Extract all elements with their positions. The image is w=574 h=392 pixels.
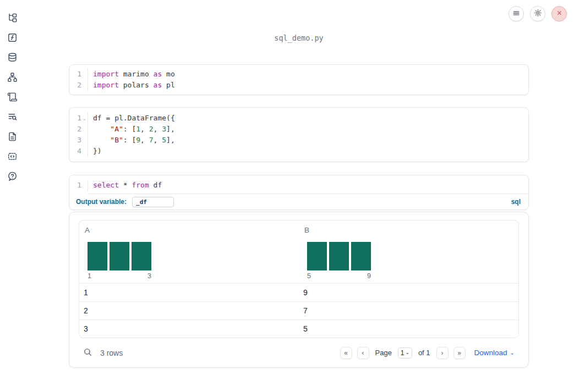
sidebar-item-help[interactable] bbox=[6, 172, 18, 182]
output-variable-label: Output variable: bbox=[76, 198, 127, 206]
code-line-text[interactable]: df = pl.DataFrame({ bbox=[88, 113, 175, 124]
table-row[interactable]: 35 bbox=[79, 319, 518, 338]
histogram-bar[interactable] bbox=[88, 242, 107, 270]
table-header: A 1 3 B bbox=[79, 220, 518, 283]
gutter-spacer bbox=[81, 146, 88, 157]
column-histogram[interactable]: 5 9 bbox=[307, 242, 371, 280]
fold-chevron-icon[interactable]: ⌄ bbox=[81, 113, 88, 124]
code-line-text[interactable]: import polars as pl bbox=[88, 80, 175, 91]
sidebar-item-tracing[interactable] bbox=[6, 112, 18, 123]
code-cell-imports[interactable]: 1import marimo as mo2import polars as pl bbox=[69, 64, 529, 95]
table-cell: 9 bbox=[299, 288, 518, 297]
gutter-spacer bbox=[81, 180, 88, 191]
sql-cell[interactable]: 1select * from df Output variable: sql bbox=[69, 175, 529, 210]
histogram-max-label: 9 bbox=[367, 272, 371, 280]
column-header-b: B 5 9 bbox=[299, 220, 518, 283]
column-name[interactable]: B bbox=[299, 226, 518, 234]
sidebar-item-logs[interactable] bbox=[6, 92, 18, 103]
next-page-button[interactable]: › bbox=[436, 347, 449, 359]
code-line-text[interactable]: }) bbox=[88, 146, 102, 157]
chevrons-right-icon: » bbox=[457, 349, 461, 357]
data-table: A 1 3 B bbox=[79, 220, 519, 338]
row-count-label: 3 rows bbox=[100, 349, 123, 357]
code-editor[interactable]: 1⌄df = pl.DataFrame({2 "A": [1, 2, 3],3 … bbox=[69, 113, 528, 157]
sidebar-item-documentation[interactable] bbox=[6, 132, 18, 142]
file-text-icon bbox=[7, 131, 18, 143]
sidebar-item-datasources[interactable] bbox=[6, 53, 18, 63]
histogram-bar[interactable] bbox=[351, 242, 371, 270]
notebook-title: sql_demo.py bbox=[69, 34, 529, 42]
notebook-cells: 1import marimo as mo2import polars as pl… bbox=[69, 64, 529, 368]
list-search-icon bbox=[7, 112, 18, 124]
sidebar-item-dependency-graph[interactable] bbox=[6, 73, 18, 83]
table-cell: 7 bbox=[299, 306, 518, 315]
line-number: 1 bbox=[69, 113, 81, 124]
menu-button[interactable] bbox=[509, 6, 524, 21]
histogram-bar[interactable] bbox=[110, 242, 129, 270]
column-name[interactable]: A bbox=[79, 226, 299, 234]
line-number: 4 bbox=[69, 146, 81, 157]
download-button[interactable]: Download ⌄ bbox=[474, 349, 515, 357]
first-page-button[interactable]: « bbox=[340, 347, 352, 359]
table-cell: 3 bbox=[79, 324, 299, 333]
sitemap-icon bbox=[7, 72, 18, 84]
code-line-text[interactable]: import marimo as mo bbox=[88, 69, 175, 80]
histogram-min-label: 5 bbox=[307, 272, 311, 280]
line-number: 1 bbox=[69, 180, 81, 191]
histogram-axis-labels: 1 3 bbox=[88, 272, 151, 280]
page-select-value: 1 bbox=[401, 349, 404, 357]
gear-icon bbox=[534, 9, 542, 19]
code-editor[interactable]: 1select * from df bbox=[69, 175, 528, 194]
table-body: 192735 bbox=[79, 283, 518, 338]
table-row[interactable]: 19 bbox=[79, 283, 518, 301]
shutdown-button[interactable] bbox=[551, 6, 567, 21]
line-number: 3 bbox=[69, 135, 81, 146]
help-circle-icon bbox=[7, 171, 18, 183]
previous-page-button[interactable]: ‹ bbox=[357, 347, 369, 359]
code-editor[interactable]: 1import marimo as mo2import polars as pl bbox=[69, 69, 528, 91]
output-variable-input[interactable] bbox=[132, 197, 174, 207]
histogram-bar[interactable] bbox=[132, 242, 151, 270]
gutter-spacer bbox=[81, 124, 88, 135]
code-cell-dataframe[interactable]: 1⌄df = pl.DataFrame({2 "A": [1, 2, 3],3 … bbox=[69, 107, 529, 162]
column-histogram[interactable]: 1 3 bbox=[88, 242, 151, 280]
settings-button[interactable] bbox=[530, 6, 545, 21]
close-icon bbox=[556, 9, 563, 18]
page-label: Page bbox=[375, 349, 392, 357]
search-icon[interactable] bbox=[83, 347, 92, 358]
gutter-spacer bbox=[81, 69, 88, 80]
histogram-bar[interactable] bbox=[307, 242, 327, 270]
chevron-down-icon: ⌄ bbox=[405, 350, 409, 355]
sql-language-badge: sql bbox=[511, 198, 521, 206]
line-number: 1 bbox=[69, 69, 81, 80]
sidebar-item-file-tree[interactable] bbox=[6, 13, 18, 24]
chevrons-left-icon: « bbox=[344, 349, 348, 357]
gutter-spacer bbox=[81, 135, 88, 146]
code-line-text[interactable]: "A": [1, 2, 3], bbox=[88, 124, 175, 135]
sidebar-item-snippets[interactable] bbox=[6, 152, 18, 162]
table-row[interactable]: 27 bbox=[79, 301, 518, 319]
chevron-left-icon: ‹ bbox=[362, 349, 364, 357]
database-icon bbox=[7, 52, 18, 64]
histogram-max-label: 3 bbox=[147, 272, 151, 280]
sidebar-item-functions[interactable] bbox=[6, 33, 18, 43]
code-line-text[interactable]: select * from df bbox=[88, 180, 162, 191]
table-cell: 1 bbox=[79, 288, 299, 297]
marimo-app: sql_demo.py 1import marimo as mo2import … bbox=[0, 0, 574, 392]
hamburger-menu-icon bbox=[512, 9, 520, 19]
table-footer: 3 rows « ‹ Page 1 ⌄ of 1 › » Download ⌄ bbox=[79, 338, 519, 367]
chevron-down-icon: ⌄ bbox=[510, 350, 515, 356]
histogram-min-label: 1 bbox=[88, 272, 91, 280]
line-number: 2 bbox=[69, 80, 81, 91]
histogram-bar[interactable] bbox=[329, 242, 349, 270]
sidebar bbox=[0, 0, 24, 392]
function-square-icon bbox=[7, 32, 18, 45]
last-page-button[interactable]: » bbox=[453, 347, 466, 359]
code-line-text[interactable]: "B": [9, 7, 5], bbox=[88, 135, 175, 146]
topbar bbox=[509, 6, 567, 21]
scroll-icon bbox=[7, 92, 18, 104]
download-label: Download bbox=[474, 349, 507, 357]
gutter-spacer bbox=[81, 80, 88, 91]
line-number: 2 bbox=[69, 124, 81, 135]
page-select[interactable]: 1 ⌄ bbox=[398, 347, 412, 358]
